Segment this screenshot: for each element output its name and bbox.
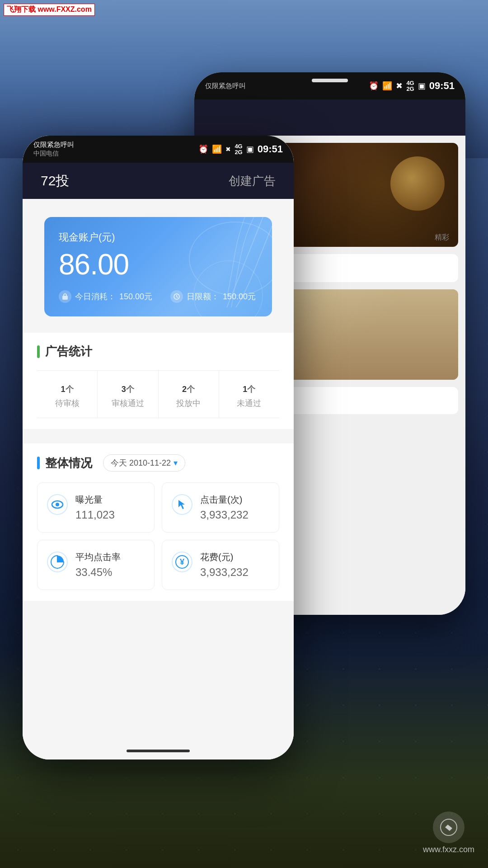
date-badge[interactable]: 今天 2010-11-22 [103,454,185,472]
balance-card: 现金账户(元) 86.00 今日消耗： [44,217,272,316]
carrier-back: 仅限紧急呼叫 [205,82,246,90]
signal-icon: ✖ [396,81,403,91]
metric-cost-info: 花费(元) 3,933,232 [200,551,270,579]
stat-running-label: 投放中 [162,398,215,409]
time-back: 09:51 [429,80,455,92]
daily-limit-value: 150.00元 [223,291,256,302]
svg-point-4 [56,503,59,506]
svg-rect-0 [62,296,68,300]
metric-exposure-value: 111,023 [75,509,145,521]
overall-title-container: 整体情况 [37,455,92,471]
stat-running-count: 2个 [162,380,215,395]
metric-exposure-info: 曝光量 111,023 [75,494,145,521]
overall-title: 整体情况 [45,455,92,471]
metric-exposure-name: 曝光量 [75,494,145,506]
metric-clicks-value: 3,933,232 [200,509,270,521]
metric-cost-value: 3,933,232 [200,566,270,579]
today-spend-value: 150.00元 [119,291,152,302]
stat-approved-count: 3个 [101,380,154,395]
status-icons-front: ⏰ 📶 ✖ 4G2G ▣ 09:51 [198,143,283,155]
watermark-bottom: www.fxxz.com [423,811,474,854]
alarm-icon-front: ⏰ [198,144,208,154]
limit-icon [170,290,183,303]
carrier-front: 仅限紧急呼叫 [33,141,74,149]
metric-ctr[interactable]: 平均点击率 33.45% [37,540,155,590]
ad-stats-title: 广告统计 [37,344,279,359]
home-indicator[interactable] [127,750,190,752]
nav-title: 72投 [41,172,69,190]
svg-text:¥: ¥ [180,557,184,566]
watermark-top: 飞翔下载 www.FXXZ.com [4,4,95,16]
network-icon-back: 4G2G [406,80,414,92]
cursor-icon [171,494,193,515]
metric-ctr-value: 33.45% [75,566,145,579]
nav-bar: 72投 创建广告 [23,163,294,199]
phones-container: 仅限紧急呼叫 ⏰ 📶 ✖ 4G2G ▣ 09:51 北京 精彩 [23,72,465,796]
stat-pending-label: 待审核 [41,398,94,409]
time-front: 09:51 [258,143,283,155]
balance-footer: 今日消耗： 150.00元 日限额： [59,290,258,303]
phone-speaker-back [312,79,348,82]
eye-icon [47,494,68,515]
battery-icon-back: ▣ [418,81,426,91]
yen-icon: ¥ [171,551,193,573]
alarm-icon: ⏰ [369,81,379,91]
bag-icon [59,290,71,303]
status-bar-back: 仅限紧急呼叫 ⏰ 📶 ✖ 4G2G ▣ 09:51 [194,72,465,99]
stat-rejected-label: 未通过 [223,398,276,409]
today-spend-item: 今日消耗： 150.00元 [59,290,152,303]
stat-running[interactable]: 2个 投放中 [159,371,219,418]
wifi-icon: 📶 [382,81,392,91]
status-bar-front: 仅限紧急呼叫 中国电信 ⏰ 📶 ✖ 4G2G ▣ 09:51 [23,136,294,163]
daily-limit-item: 日限额： 150.00元 [170,290,256,303]
metric-exposure[interactable]: 曝光量 111,023 [37,482,155,533]
metric-clicks-info: 点击量(次) 3,933,232 [200,494,270,521]
battery-icon-front: ▣ [246,144,254,154]
metric-ctr-info: 平均点击率 33.45% [75,551,145,579]
metric-ctr-name: 平均点击率 [75,551,145,563]
pie-icon [47,551,68,573]
metric-clicks[interactable]: 点击量(次) 3,933,232 [162,482,279,533]
stat-pending[interactable]: 1个 待审核 [37,371,98,418]
daily-limit-label: 日限额： [187,291,219,302]
metric-cost[interactable]: ¥ 花费(元) 3,933,232 [162,540,279,590]
carrier2-front: 中国电信 [33,150,74,158]
nav-action[interactable]: 创建广告 [229,173,276,189]
ad-stats-section: 广告统计 1个 待审核 3个 [23,333,294,429]
metrics-grid: 曝光量 111,023 [37,482,279,590]
status-icons-back: ⏰ 📶 ✖ 4G2G ▣ 09:51 [369,80,455,92]
stat-approved[interactable]: 3个 审核通过 [98,371,158,418]
overall-section: 整体情况 今天 2010-11-22 [23,443,294,601]
network-icon-front: 4G2G [235,143,242,155]
stats-grid: 1个 待审核 3个 审核通过 [37,370,279,418]
overall-header: 整体情况 今天 2010-11-22 [37,454,279,472]
metric-clicks-name: 点击量(次) [200,494,270,506]
stat-approved-label: 审核通过 [101,398,154,409]
today-spend-label: 今日消耗： [75,291,116,302]
stat-rejected[interactable]: 1个 未通过 [219,371,279,418]
stat-pending-count: 1个 [41,380,94,395]
wifi-icon-front: 📶 [212,144,222,154]
signal-x-icon: ✖ [225,146,231,153]
phone-front: 仅限紧急呼叫 中国电信 ⏰ 📶 ✖ 4G2G ▣ 09:51 72投 创建广告 [23,136,294,760]
metric-cost-name: 花费(元) [200,551,270,563]
stat-rejected-count: 1个 [223,380,276,395]
phone-screen: 仅限紧急呼叫 中国电信 ⏰ 📶 ✖ 4G2G ▣ 09:51 72投 创建广告 [23,136,294,760]
watermark-bottom-text: www.fxxz.com [423,845,474,854]
